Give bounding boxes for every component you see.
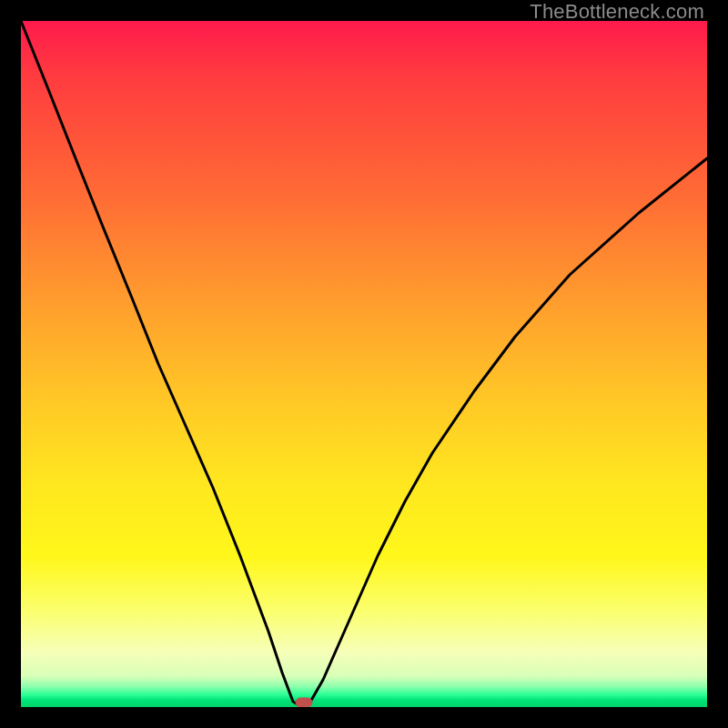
curve-layer bbox=[21, 21, 707, 707]
watermark-text: TheBottleneck.com bbox=[530, 0, 704, 24]
chart-frame: TheBottleneck.com bbox=[0, 0, 728, 728]
optimal-point-marker bbox=[296, 698, 312, 707]
bottleneck-curve bbox=[21, 21, 707, 705]
plot-area bbox=[21, 21, 707, 707]
